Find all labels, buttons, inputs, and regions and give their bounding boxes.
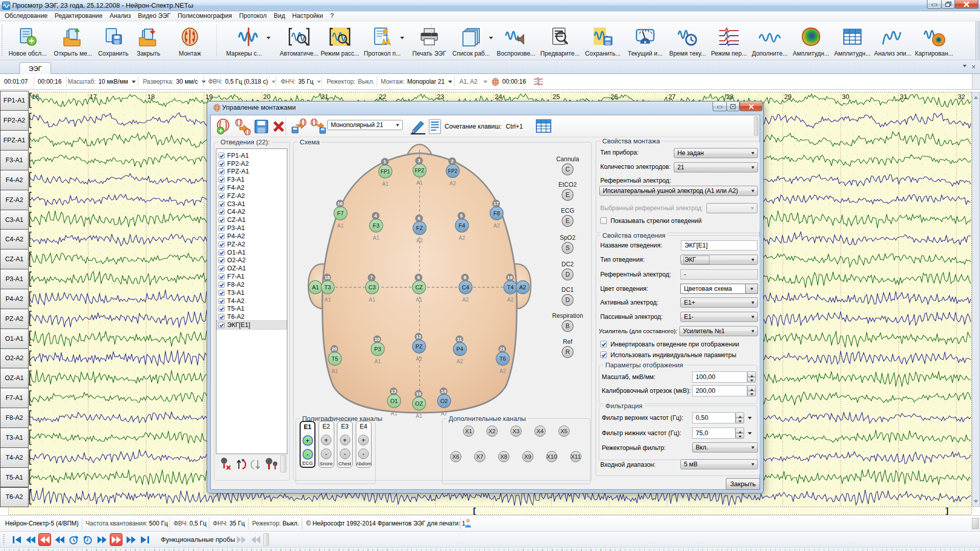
svg-text:A1: A1 xyxy=(312,284,318,290)
svg-text:FPZ: FPZ xyxy=(415,168,425,173)
svg-text:A1: A1 xyxy=(332,368,338,374)
svg-text:A2: A2 xyxy=(459,235,465,241)
svg-text:E: E xyxy=(566,217,570,224)
svg-text:14: 14 xyxy=(441,388,447,394)
svg-text:T6: T6 xyxy=(500,356,506,362)
svg-text:F4: F4 xyxy=(459,222,465,229)
svg-text:T4: T4 xyxy=(507,284,514,290)
svg-text:A1: A1 xyxy=(375,358,381,364)
svg-text:20: 20 xyxy=(332,346,337,352)
svg-text:OZ: OZ xyxy=(415,400,423,407)
svg-text:A1: A1 xyxy=(325,296,331,303)
svg-text:F8: F8 xyxy=(494,210,500,216)
svg-text:A2: A2 xyxy=(416,356,423,362)
svg-text:11: 11 xyxy=(457,336,462,342)
svg-text:PZ: PZ xyxy=(415,343,423,349)
svg-text:19: 19 xyxy=(507,274,513,280)
svg-text:DC2: DC2 xyxy=(561,261,574,268)
svg-text:16: 16 xyxy=(337,201,343,206)
svg-text:17: 17 xyxy=(494,201,499,206)
svg-text:S: S xyxy=(566,244,570,252)
svg-text:A2: A2 xyxy=(416,237,423,243)
svg-text:A2: A2 xyxy=(519,284,526,290)
svg-text:7: 7 xyxy=(370,274,373,280)
svg-text:A1: A1 xyxy=(416,296,423,303)
svg-text:SpO2: SpO2 xyxy=(560,234,576,241)
svg-text:18: 18 xyxy=(148,93,155,101)
svg-text:P4: P4 xyxy=(456,346,463,352)
svg-text:6: 6 xyxy=(418,215,420,221)
svg-text:A2: A2 xyxy=(500,368,506,374)
svg-text:A2: A2 xyxy=(494,222,500,229)
svg-text:O2: O2 xyxy=(440,398,448,404)
svg-text:A1: A1 xyxy=(391,410,398,416)
svg-text:20: 20 xyxy=(263,93,271,101)
svg-text:D: D xyxy=(566,271,570,278)
svg-text:3: 3 xyxy=(418,158,420,163)
svg-text:A1: A1 xyxy=(369,296,376,303)
svg-text:D: D xyxy=(566,296,570,304)
svg-text:21: 21 xyxy=(500,346,505,352)
svg-text:A2: A2 xyxy=(450,180,456,186)
svg-text:]: ] xyxy=(945,507,949,516)
svg-text:A1: A1 xyxy=(382,181,389,187)
svg-text:O1: O1 xyxy=(390,398,398,404)
svg-text:12: 12 xyxy=(416,334,422,339)
svg-text:Ref: Ref xyxy=(563,338,573,345)
svg-text:17: 17 xyxy=(89,93,96,101)
svg-text:15: 15 xyxy=(416,391,422,396)
svg-text:F3: F3 xyxy=(373,222,380,229)
svg-text:R: R xyxy=(566,348,570,356)
svg-text:19: 19 xyxy=(205,93,212,101)
svg-text:FP2: FP2 xyxy=(448,168,458,174)
svg-text:B: B xyxy=(566,322,570,330)
svg-text:T5: T5 xyxy=(332,356,338,362)
svg-text:CZ: CZ xyxy=(415,284,423,290)
svg-text:13: 13 xyxy=(391,388,397,394)
svg-text:4: 4 xyxy=(374,213,377,218)
svg-text:25: 25 xyxy=(553,93,560,101)
svg-text:A2: A2 xyxy=(507,296,514,303)
svg-text:C4: C4 xyxy=(462,284,469,290)
svg-text:P3: P3 xyxy=(374,346,381,352)
svg-text:C3: C3 xyxy=(369,284,376,290)
svg-text:A1: A1 xyxy=(373,235,380,241)
svg-text:Cannula: Cannula xyxy=(556,156,579,163)
svg-text:27: 27 xyxy=(668,93,675,101)
svg-text:A1: A1 xyxy=(337,222,344,229)
svg-text:9: 9 xyxy=(417,274,420,280)
svg-text:E: E xyxy=(566,191,570,198)
svg-text:8: 8 xyxy=(463,274,466,280)
svg-text:30: 30 xyxy=(842,93,849,101)
svg-text:C: C xyxy=(566,166,570,173)
svg-text:2: 2 xyxy=(451,158,453,164)
svg-text:F7: F7 xyxy=(337,210,344,216)
svg-text:EtCO2: EtCO2 xyxy=(558,181,577,188)
svg-text:10: 10 xyxy=(375,336,380,342)
svg-text:A2: A2 xyxy=(462,296,469,303)
svg-text:1: 1 xyxy=(383,159,386,164)
svg-text:A1: A1 xyxy=(416,413,423,419)
svg-text:DC1: DC1 xyxy=(561,286,574,293)
svg-text:T3: T3 xyxy=(325,284,331,290)
svg-text:A2: A2 xyxy=(457,358,463,364)
svg-text:Respiration: Respiration xyxy=(552,312,583,319)
svg-text:[: [ xyxy=(472,507,477,516)
svg-text:FZ: FZ xyxy=(416,225,423,231)
svg-text:A1: A1 xyxy=(416,180,423,186)
svg-text:18: 18 xyxy=(325,274,330,280)
svg-text:5: 5 xyxy=(460,213,463,218)
svg-text:FP1: FP1 xyxy=(381,169,390,174)
svg-text:ECG: ECG xyxy=(561,207,574,214)
